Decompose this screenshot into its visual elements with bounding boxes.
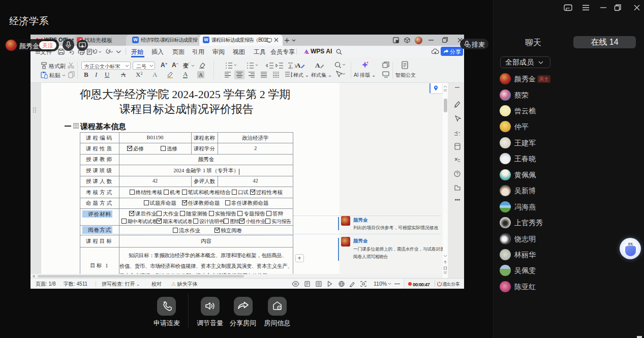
- svg-text:A: A: [296, 62, 301, 69]
- svg-text:A: A: [315, 62, 320, 69]
